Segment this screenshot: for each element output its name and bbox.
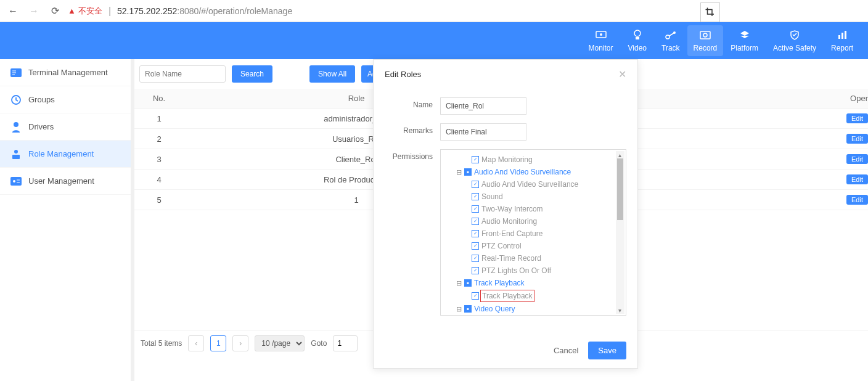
- sidebar-item-label: Groups: [28, 95, 55, 104]
- name-input[interactable]: [440, 97, 526, 115]
- pager-page[interactable]: 1: [210, 335, 226, 351]
- pager-prev[interactable]: ‹: [188, 335, 204, 351]
- checkbox[interactable]: [472, 267, 479, 274]
- checkbox[interactable]: [472, 156, 479, 163]
- close-icon[interactable]: ✕: [618, 68, 626, 80]
- save-button[interactable]: Save: [588, 342, 626, 359]
- show-all-button[interactable]: Show All: [309, 65, 355, 83]
- tree-label: Audio Monitoring: [481, 216, 537, 227]
- video-icon: [631, 29, 644, 41]
- tree-label: PTZ Lights On Or Off: [481, 265, 551, 276]
- expand-icon[interactable]: ⊟: [456, 304, 462, 314]
- tree-label: Track Playback: [474, 277, 525, 289]
- sidebar-item-user-management[interactable]: User Management: [0, 168, 131, 195]
- checkbox[interactable]: [472, 255, 479, 262]
- nav-active-safety[interactable]: Active Safety: [766, 29, 824, 52]
- expand-icon[interactable]: ⊟: [456, 278, 462, 289]
- sidebar-item-groups[interactable]: Groups: [0, 86, 131, 113]
- checkbox[interactable]: [472, 292, 479, 300]
- crop-tool-icon[interactable]: [700, 2, 720, 22]
- modal-title: Edit Roles: [385, 70, 421, 79]
- platform-icon: [739, 29, 751, 41]
- svg-rect-20: [10, 177, 22, 186]
- sidebar-item-drivers[interactable]: Drivers: [0, 113, 131, 141]
- cell-no: 5: [134, 190, 184, 210]
- tree-node[interactable]: Sound: [444, 190, 622, 203]
- tree-node[interactable]: Real-Time Record: [444, 252, 622, 264]
- tree-node[interactable]: Front-End Capture: [444, 227, 622, 240]
- nav-report[interactable]: Report: [824, 29, 861, 52]
- search-input[interactable]: [139, 65, 226, 83]
- edit-button[interactable]: Edit: [846, 195, 868, 205]
- nav-track[interactable]: Track: [654, 29, 687, 52]
- checkbox[interactable]: [472, 193, 479, 200]
- tree-label: Sound: [481, 191, 503, 202]
- edit-button[interactable]: Edit: [846, 134, 868, 144]
- scrollbar[interactable]: ▴ ▾: [616, 151, 624, 314]
- ssl-warning[interactable]: ▲ 不安全: [68, 6, 102, 17]
- edit-button[interactable]: Edit: [846, 154, 868, 164]
- tree-node[interactable]: Audio And Video Surveillance: [444, 178, 622, 190]
- checkbox[interactable]: [464, 279, 472, 287]
- scroll-up-icon[interactable]: ▴: [616, 151, 623, 158]
- monitor-icon: [595, 29, 607, 41]
- checkbox[interactable]: [472, 205, 479, 213]
- cell-no: 2: [134, 129, 184, 149]
- search-button[interactable]: Search: [232, 65, 272, 83]
- scrollbar-thumb[interactable]: [617, 158, 623, 220]
- pager-perpage[interactable]: 10 /page: [255, 335, 305, 351]
- nav-platform[interactable]: Platform: [723, 29, 766, 52]
- url-text[interactable]: 52.175.202.252:8080/#/operation/roleMana…: [117, 6, 292, 16]
- edit-button[interactable]: Edit: [846, 113, 868, 123]
- svg-rect-9: [841, 33, 843, 39]
- modal-footer: Cancel Save: [374, 333, 637, 368]
- tree-node[interactable]: PTZ Control: [444, 240, 622, 252]
- checkbox[interactable]: [472, 230, 479, 237]
- remarks-input[interactable]: [440, 123, 526, 141]
- report-icon: [836, 29, 848, 41]
- tree-node[interactable]: ⊟Audio And Video Surveillance: [444, 166, 622, 178]
- nav-platform-label: Platform: [731, 44, 758, 52]
- tree-node[interactable]: PTZ Lights On Or Off: [444, 264, 622, 277]
- checkbox[interactable]: [472, 242, 479, 250]
- pager-goto-label: Goto: [311, 339, 327, 348]
- sidebar-item-terminal[interactable]: Terminal Management: [0, 59, 131, 86]
- sidebar-item-role-management[interactable]: Role Management: [0, 141, 131, 168]
- checkbox[interactable]: [464, 168, 472, 176]
- checkbox[interactable]: [464, 305, 472, 313]
- expand-icon[interactable]: ⊟: [456, 167, 462, 178]
- tree-label: Front-End Capture: [481, 228, 542, 239]
- tree-label: Video Query: [474, 303, 515, 314]
- reload-button[interactable]: ⟳: [47, 3, 63, 19]
- tree-node[interactable]: ⊟Track Playback: [444, 277, 622, 289]
- tree-node[interactable]: ⊟Video Query: [444, 303, 622, 315]
- svg-rect-19: [12, 155, 20, 159]
- edit-button[interactable]: Edit: [846, 174, 868, 184]
- checkbox[interactable]: [472, 218, 479, 225]
- nav-video-label: Video: [628, 44, 647, 52]
- tree-node[interactable]: Two-Way Intercom: [444, 203, 622, 215]
- scroll-down-icon[interactable]: ▾: [616, 306, 623, 314]
- forward-button[interactable]: →: [26, 3, 42, 19]
- nav-video[interactable]: Video: [621, 29, 654, 52]
- terminal-icon: [10, 67, 22, 79]
- tree-node[interactable]: Map Monitoring: [444, 154, 622, 166]
- checkbox[interactable]: [472, 181, 479, 188]
- pager-next[interactable]: ›: [232, 335, 248, 351]
- cancel-button[interactable]: Cancel: [554, 346, 578, 355]
- browser-bar: ← → ⟳ ▲ 不安全 | 52.175.202.252:8080/#/oper…: [0, 0, 868, 22]
- tree-label: Track Playback: [480, 290, 534, 302]
- svg-point-18: [14, 150, 18, 154]
- edit-role-modal: Edit Roles ✕ Name Remarks Permissions Ma…: [373, 59, 638, 369]
- tree-node[interactable]: Video Query: [444, 315, 622, 316]
- tree-node[interactable]: Audio Monitoring: [444, 215, 622, 227]
- nav-monitor[interactable]: Monitor: [581, 29, 621, 52]
- tree-node[interactable]: Track Playback: [444, 289, 622, 303]
- svg-rect-6: [700, 31, 710, 39]
- pager-goto-input[interactable]: [333, 335, 358, 351]
- svg-point-1: [600, 33, 602, 36]
- permissions-tree[interactable]: Map Monitoring⊟Audio And Video Surveilla…: [440, 149, 626, 316]
- nav-record[interactable]: Record: [687, 25, 724, 56]
- svg-point-7: [703, 33, 707, 37]
- back-button[interactable]: ←: [5, 3, 21, 19]
